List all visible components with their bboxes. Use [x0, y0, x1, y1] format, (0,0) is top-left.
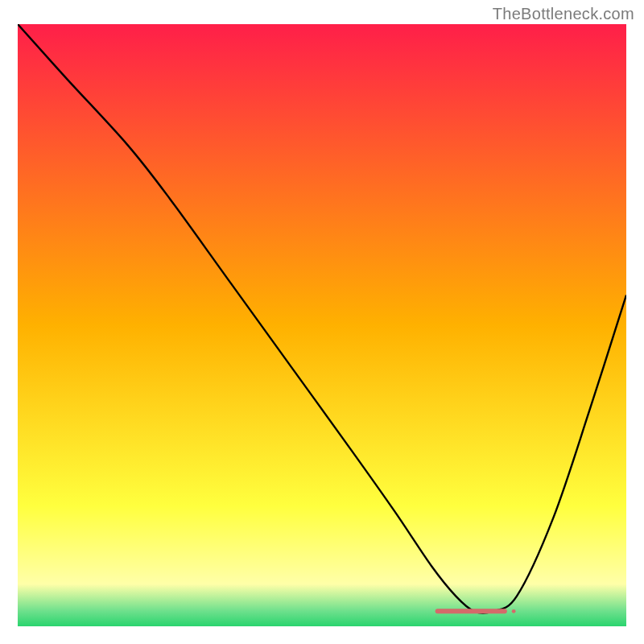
watermark-text: TheBottleneck.com [493, 5, 634, 23]
gradient-background [18, 24, 626, 626]
minimum-marker-dot [512, 609, 516, 613]
bottleneck-chart [18, 24, 626, 626]
